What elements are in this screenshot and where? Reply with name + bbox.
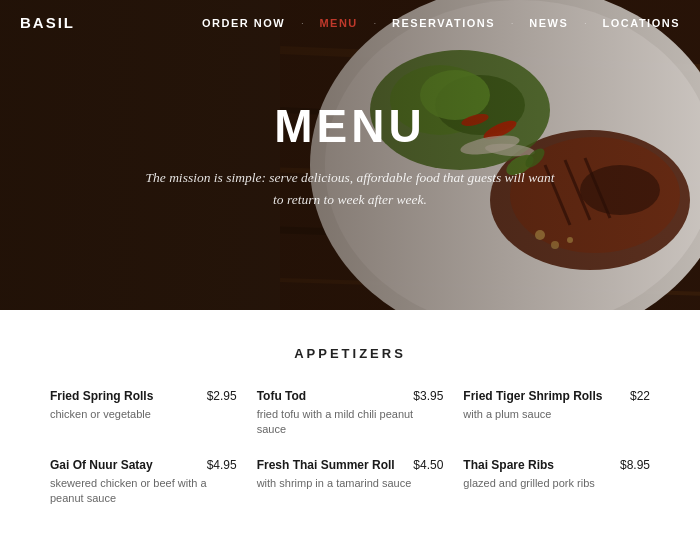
menu-item: Tofu Tod $3.95 fried tofu with a mild ch… bbox=[257, 389, 444, 458]
nav-links: ORDER NOW · MENU · RESERVATIONS · NEWS ·… bbox=[202, 17, 680, 29]
nav-dot-1: · bbox=[301, 18, 303, 28]
menu-item-desc: chicken or vegetable bbox=[50, 407, 237, 422]
menu-item-name: Fried Spring Rolls bbox=[50, 389, 153, 403]
menu-grid: Fried Spring Rolls $2.95 chicken or vege… bbox=[50, 389, 650, 527]
menu-item-desc: fried tofu with a mild chili peanut sauc… bbox=[257, 407, 444, 438]
nav-dot-3: · bbox=[511, 18, 513, 28]
menu-section: APPETIZERS Fried Spring Rolls $2.95 chic… bbox=[0, 310, 700, 547]
menu-item: Thai Spare Ribs $8.95 glazed and grilled… bbox=[463, 458, 650, 527]
menu-item-price: $2.95 bbox=[207, 389, 237, 403]
nav-dot-4: · bbox=[584, 18, 586, 28]
menu-item-header: Thai Spare Ribs $8.95 bbox=[463, 458, 650, 472]
menu-item-price: $4.50 bbox=[413, 458, 443, 472]
menu-item: Fried Tiger Shrimp Rolls $22 with a plum… bbox=[463, 389, 650, 458]
menu-item-desc: glazed and grilled pork ribs bbox=[463, 476, 650, 491]
menu-item: Fresh Thai Summer Roll $4.50 with shrimp… bbox=[257, 458, 444, 527]
menu-item-header: Tofu Tod $3.95 bbox=[257, 389, 444, 403]
site-logo[interactable]: BASIL bbox=[20, 14, 75, 31]
menu-item-header: Fresh Thai Summer Roll $4.50 bbox=[257, 458, 444, 472]
menu-item-desc: skewered chicken or beef with a peanut s… bbox=[50, 476, 237, 507]
nav-order-now[interactable]: ORDER NOW bbox=[202, 17, 285, 29]
menu-item-price: $3.95 bbox=[413, 389, 443, 403]
nav-dot-2: · bbox=[374, 18, 376, 28]
nav-news[interactable]: NEWS bbox=[529, 17, 568, 29]
hero-section: MENU The mission is simple: serve delici… bbox=[0, 0, 700, 310]
hero-title: MENU bbox=[140, 99, 560, 153]
menu-item: Gai Of Nuur Satay $4.95 skewered chicken… bbox=[50, 458, 237, 527]
nav-menu[interactable]: MENU bbox=[319, 17, 357, 29]
menu-item-price: $8.95 bbox=[620, 458, 650, 472]
menu-item-price: $22 bbox=[630, 389, 650, 403]
menu-item-header: Gai Of Nuur Satay $4.95 bbox=[50, 458, 237, 472]
menu-item-header: Fried Tiger Shrimp Rolls $22 bbox=[463, 389, 650, 403]
nav-locations[interactable]: LOCATIONS bbox=[603, 17, 680, 29]
menu-item-desc: with shrimp in a tamarind sauce bbox=[257, 476, 444, 491]
menu-item-name: Fresh Thai Summer Roll bbox=[257, 458, 395, 472]
menu-item-name: Gai Of Nuur Satay bbox=[50, 458, 153, 472]
hero-content: MENU The mission is simple: serve delici… bbox=[140, 99, 560, 210]
menu-item-name: Tofu Tod bbox=[257, 389, 307, 403]
menu-item-desc: with a plum sauce bbox=[463, 407, 650, 422]
section-appetizers-title: APPETIZERS bbox=[50, 346, 650, 361]
menu-item: Fried Spring Rolls $2.95 chicken or vege… bbox=[50, 389, 237, 458]
hero-subtitle: The mission is simple: serve delicious, … bbox=[140, 167, 560, 210]
nav-reservations[interactable]: RESERVATIONS bbox=[392, 17, 495, 29]
menu-item-name: Fried Tiger Shrimp Rolls bbox=[463, 389, 602, 403]
menu-item-name: Thai Spare Ribs bbox=[463, 458, 554, 472]
menu-item-price: $4.95 bbox=[207, 458, 237, 472]
navigation: BASIL ORDER NOW · MENU · RESERVATIONS · … bbox=[0, 0, 700, 45]
menu-item-header: Fried Spring Rolls $2.95 bbox=[50, 389, 237, 403]
